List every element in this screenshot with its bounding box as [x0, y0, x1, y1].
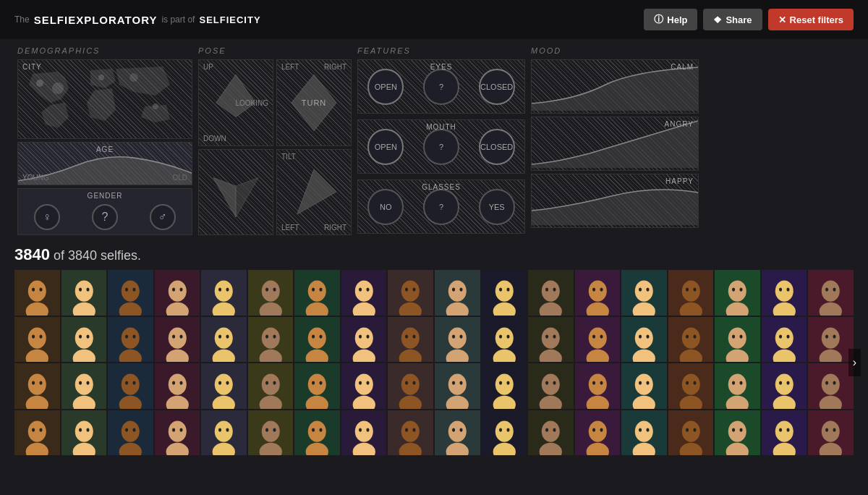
- photo-cell[interactable]: [388, 410, 433, 456]
- photo-cell[interactable]: [14, 363, 60, 409]
- photo-cell[interactable]: [294, 317, 340, 363]
- pose-leftright-turn-cell[interactable]: LEFT RIGHT TURN: [276, 59, 352, 146]
- angry-filter[interactable]: ANGRY: [531, 117, 699, 171]
- photo-cell[interactable]: [668, 363, 714, 409]
- photo-cell[interactable]: [201, 317, 247, 363]
- photo-cell[interactable]: [715, 410, 760, 456]
- photo-cell[interactable]: [528, 317, 574, 363]
- help-button[interactable]: ⓘ Help: [644, 9, 697, 30]
- photo-cell[interactable]: [482, 410, 527, 456]
- photo-cell[interactable]: [108, 410, 153, 456]
- photo-cell[interactable]: [14, 317, 60, 363]
- photo-cell[interactable]: [715, 270, 760, 316]
- next-arrow[interactable]: ›: [848, 349, 861, 376]
- photo-cell[interactable]: [248, 363, 294, 409]
- photo-cell[interactable]: [528, 410, 574, 456]
- photo-cell[interactable]: [201, 270, 247, 316]
- mouth-filter[interactable]: MOUTH OPEN ? CLOSED: [357, 119, 525, 174]
- photo-cell[interactable]: [155, 410, 200, 456]
- photo-cell[interactable]: [621, 317, 667, 363]
- photo-cell[interactable]: [108, 317, 153, 363]
- glasses-question-btn[interactable]: ?: [423, 189, 459, 225]
- photo-cell[interactable]: [61, 410, 107, 456]
- photo-cell[interactable]: [621, 410, 667, 456]
- mouth-open-btn[interactable]: OPEN: [367, 129, 404, 165]
- photo-cell[interactable]: [294, 363, 340, 409]
- photo-cell[interactable]: [482, 363, 527, 409]
- photo-cell[interactable]: [575, 410, 621, 456]
- eyes-closed-btn[interactable]: CLOSED: [479, 69, 515, 105]
- mouth-question-btn[interactable]: ?: [423, 129, 459, 165]
- pose-turn-cell[interactable]: UP DOWN LOOKING: [198, 59, 273, 146]
- eyes-filter[interactable]: EYES OPEN ? CLOSED: [357, 59, 525, 114]
- eyes-open-btn[interactable]: OPEN: [367, 69, 404, 105]
- photo-cell[interactable]: [762, 410, 807, 456]
- photo-cell[interactable]: [808, 270, 854, 316]
- photo-cell[interactable]: [715, 363, 760, 409]
- photo-cell[interactable]: [155, 363, 200, 409]
- photo-cell[interactable]: [482, 270, 527, 316]
- female-gender-btn[interactable]: ♀: [34, 204, 60, 230]
- photo-cell[interactable]: [341, 410, 387, 456]
- photo-cell[interactable]: [808, 317, 854, 363]
- happy-filter[interactable]: HAPPY: [531, 174, 699, 228]
- glasses-yes-btn[interactable]: YES: [479, 189, 515, 225]
- share-button[interactable]: ❖ Share: [703, 9, 762, 30]
- glasses-no-btn[interactable]: NO: [367, 189, 404, 225]
- photo-cell[interactable]: [575, 363, 621, 409]
- calm-filter[interactable]: CALM: [531, 59, 699, 114]
- photo-cell[interactable]: [294, 410, 340, 456]
- gender-filter[interactable]: GENDER ♀ ? ♂: [17, 188, 192, 235]
- photo-cell[interactable]: [341, 317, 387, 363]
- photo-cell[interactable]: [668, 317, 714, 363]
- photo-cell[interactable]: [435, 363, 480, 409]
- male-gender-btn[interactable]: ♂: [150, 204, 176, 230]
- eyes-question-btn[interactable]: ?: [423, 69, 459, 105]
- photo-cell[interactable]: [388, 363, 433, 409]
- photo-cell[interactable]: [341, 270, 387, 316]
- photo-cell[interactable]: [248, 317, 294, 363]
- photo-cell[interactable]: [621, 270, 667, 316]
- mouth-closed-btn[interactable]: CLOSED: [479, 129, 515, 165]
- photo-cell[interactable]: [435, 317, 480, 363]
- photo-cell[interactable]: [762, 270, 807, 316]
- photo-cell[interactable]: [61, 317, 107, 363]
- photo-cell[interactable]: [575, 270, 621, 316]
- photo-cell[interactable]: [762, 317, 807, 363]
- photo-cell[interactable]: [528, 363, 574, 409]
- photo-cell[interactable]: [715, 317, 760, 363]
- photo-cell[interactable]: [108, 363, 153, 409]
- photo-cell[interactable]: [294, 270, 340, 316]
- photo-cell[interactable]: [762, 363, 807, 409]
- photo-cell[interactable]: [435, 410, 480, 456]
- photo-cell[interactable]: [668, 270, 714, 316]
- photo-cell[interactable]: [341, 363, 387, 409]
- pose-tilt-cell[interactable]: [198, 149, 273, 236]
- photo-cell[interactable]: [201, 363, 247, 409]
- unknown-gender-btn[interactable]: ?: [92, 204, 118, 230]
- photo-cell[interactable]: [808, 410, 854, 456]
- photo-cell[interactable]: [575, 317, 621, 363]
- photo-cell[interactable]: [155, 270, 200, 316]
- age-filter[interactable]: YOUNG AGE OLD: [17, 142, 192, 185]
- city-map[interactable]: CITY: [17, 59, 192, 139]
- photo-cell[interactable]: [201, 410, 247, 456]
- glasses-filter[interactable]: GLASSES NO ? YES: [357, 179, 525, 234]
- photo-cell[interactable]: [14, 410, 60, 456]
- photo-cell[interactable]: [248, 270, 294, 316]
- photo-cell[interactable]: [435, 270, 480, 316]
- photo-cell[interactable]: [528, 270, 574, 316]
- photo-cell[interactable]: [482, 317, 527, 363]
- pose-tilt-right-cell[interactable]: TILT LEFT RIGHT: [276, 149, 352, 236]
- photo-cell[interactable]: [621, 363, 667, 409]
- photo-cell[interactable]: [388, 317, 433, 363]
- photo-cell[interactable]: [248, 410, 294, 456]
- photo-cell[interactable]: [808, 363, 854, 409]
- photo-cell[interactable]: [61, 363, 107, 409]
- photo-cell[interactable]: [108, 270, 153, 316]
- photo-cell[interactable]: [388, 270, 433, 316]
- photo-cell[interactable]: [61, 270, 107, 316]
- photo-cell[interactable]: [668, 410, 714, 456]
- photo-cell[interactable]: [155, 317, 200, 363]
- reset-button[interactable]: ✕ Reset filters: [768, 9, 854, 30]
